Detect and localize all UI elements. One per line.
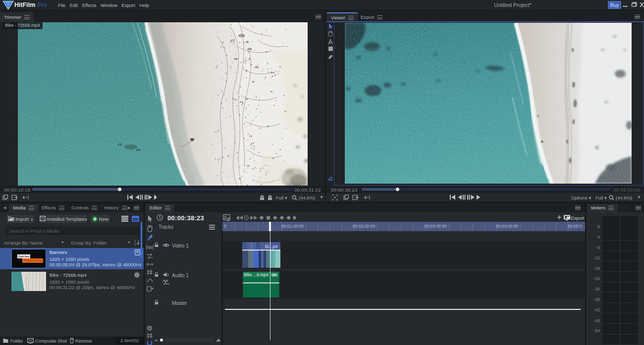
svg-text:2: 2	[134, 243, 136, 246]
svg-text:1: 1	[134, 239, 136, 243]
svg-text:Bi...p4: Bi...p4	[265, 244, 278, 249]
svg-text:Bike ...6.mp4: Bike ...6.mp4	[244, 272, 268, 277]
